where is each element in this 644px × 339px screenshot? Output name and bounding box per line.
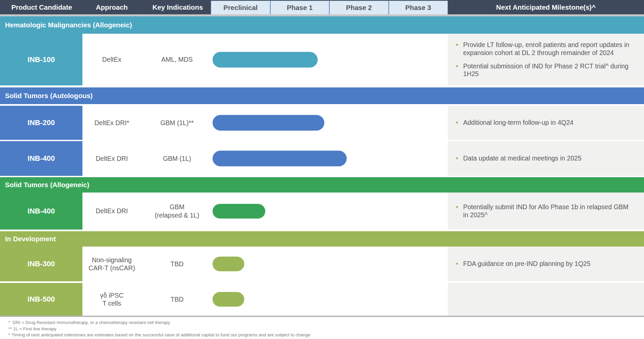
section-header-solid-allogeneic: Solid Tumors (Allogeneic) xyxy=(0,177,644,193)
footnote-dri: * DRI = Drug Resistant Immunotherapy, or… xyxy=(8,320,644,326)
indications-cell: TBD xyxy=(143,283,211,316)
milestone-list: FDA guidance on pre-IND planning by 1Q25 xyxy=(448,247,644,281)
milestone-item: FDA guidance on pre-IND planning by 1Q25 xyxy=(454,260,629,268)
milestone-cell: Additional long-term follow-up in 4Q24 xyxy=(448,106,644,140)
progress-bar-inb-300 xyxy=(213,257,244,271)
footnotes: * DRI = Drug Resistant Immunotherapy, or… xyxy=(0,317,644,338)
section-header-solid-autologous: Solid Tumors (Autologous) xyxy=(0,87,644,104)
progress-bar-inb-400-allo xyxy=(213,204,265,219)
approach-cell: DeltEx DRI* xyxy=(82,106,142,140)
table-row: INB-100 DeltEx AML, MDS Provide LT follo… xyxy=(0,34,644,85)
indications-cell: TBD xyxy=(143,247,211,281)
approach-cell: γδ iPSC T cells xyxy=(82,283,142,316)
phase-header-phase3: Phase 3 xyxy=(389,1,448,14)
indications-cell: GBM (1L) xyxy=(143,141,211,176)
product-badge-inb-400-allo: INB-400 xyxy=(0,193,82,230)
product-badge-inb-300: INB-300 xyxy=(0,247,82,281)
table-row: INB-400 DeltEx DRI GBM (relapsed & 1L) P… xyxy=(0,193,644,230)
section-header-in-development: In Development xyxy=(0,231,644,247)
milestone-list: Data update at medical meetings in 2025 xyxy=(448,141,644,176)
milestone-item: Potentially submit IND for Allo Phase 1b… xyxy=(454,203,629,219)
header-product-candidate: Product Candidate xyxy=(0,0,83,14)
milestone-list: Provide LT follow-up, enroll patients an… xyxy=(448,34,644,85)
approach-cell: DeltEx DRI xyxy=(82,193,142,230)
table-row: INB-300 Non-signaling CAR-T (nsCAR) TBD … xyxy=(0,247,644,281)
indications-cell: AML, MDS xyxy=(143,34,211,85)
product-badge-inb-200: INB-200 xyxy=(0,106,82,140)
phase-header-phase1: Phase 1 xyxy=(271,1,330,14)
progress-bar-inb-100 xyxy=(213,52,318,67)
approach-cell: Non-signaling CAR-T (nsCAR) xyxy=(82,247,142,281)
approach-cell: DeltEx xyxy=(82,34,142,85)
progress-bar-inb-400-auto xyxy=(213,151,347,166)
phase-header-phase2: Phase 2 xyxy=(330,1,389,14)
section-header-hematologic: Hematologic Malignancies (Allogeneic) xyxy=(0,16,644,34)
product-badge-inb-100: INB-100 xyxy=(0,34,82,85)
indications-cell: GBM (1L)** xyxy=(143,106,211,140)
footnote-timing: ^ Timing of next anticipated milestones … xyxy=(8,332,644,338)
milestone-item: Additional long-term follow-up in 4Q24 xyxy=(454,119,629,127)
approach-cell: DeltEx DRI xyxy=(82,141,142,176)
milestone-cell-empty xyxy=(448,283,644,316)
table-header: Product Candidate Approach Key Indicatio… xyxy=(0,0,644,14)
table-row: INB-200 DeltEx DRI* GBM (1L)** Additiona… xyxy=(0,106,644,140)
milestone-item: Provide LT follow-up, enroll patients an… xyxy=(454,41,629,57)
phase-header-preclinical: Preclinical xyxy=(211,1,271,14)
header-milestones: Next Anticipated Milestone(s)^ xyxy=(448,0,644,14)
product-badge-inb-500: INB-500 xyxy=(0,283,82,316)
product-badge-inb-400-auto: INB-400 xyxy=(0,141,82,176)
milestone-list: Additional long-term follow-up in 4Q24 xyxy=(448,106,644,140)
pipeline-chart: Product Candidate Approach Key Indicatio… xyxy=(0,0,644,339)
progress-bar-inb-500 xyxy=(213,292,244,307)
footnote-1l: ** 1L = First line therapy xyxy=(8,326,644,332)
progress-bar-inb-200 xyxy=(213,115,324,131)
milestone-cell: Provide LT follow-up, enroll patients an… xyxy=(448,34,644,85)
header-key-indications: Key Indications xyxy=(143,0,212,14)
milestone-item: Data update at medical meetings in 2025 xyxy=(454,154,629,162)
phase-header-group: Preclinical Phase 1 Phase 2 Phase 3 xyxy=(211,1,448,14)
milestone-item: Potential submission of IND for Phase 2 … xyxy=(454,62,629,78)
milestone-cell: Data update at medical meetings in 2025 xyxy=(448,141,644,176)
header-approach: Approach xyxy=(82,0,142,14)
milestone-cell: Potentially submit IND for Allo Phase 1b… xyxy=(448,193,644,230)
table-row: INB-400 DeltEx DRI GBM (1L) Data update … xyxy=(0,141,644,176)
table-row: INB-500 γδ iPSC T cells TBD xyxy=(0,283,644,316)
milestone-list: Potentially submit IND for Allo Phase 1b… xyxy=(448,193,644,230)
indications-cell: GBM (relapsed & 1L) xyxy=(143,193,211,230)
milestone-cell: FDA guidance on pre-IND planning by 1Q25 xyxy=(448,247,644,281)
